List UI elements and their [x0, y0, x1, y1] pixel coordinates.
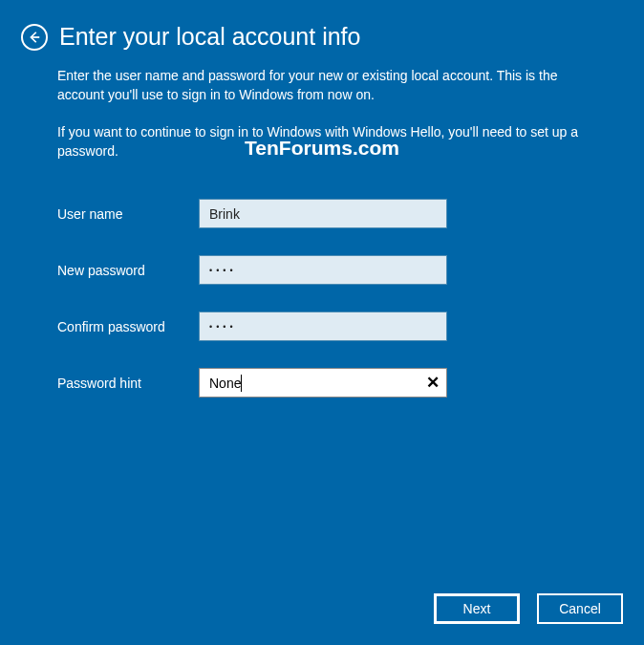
confirmpassword-input[interactable]: •••• [199, 312, 447, 341]
newpassword-label: New password [57, 263, 199, 278]
username-label: User name [57, 206, 199, 222]
hint-input[interactable]: None [199, 368, 447, 398]
description-2: If you want to continue to sign in to Wi… [57, 122, 587, 161]
close-icon: ✕ [426, 373, 440, 393]
page-title: Enter your local account info [59, 23, 360, 51]
cancel-button[interactable]: Cancel [537, 593, 623, 624]
description-1: Enter the user name and password for you… [57, 66, 587, 105]
newpassword-input[interactable]: •••• [199, 255, 447, 285]
username-input[interactable] [199, 199, 447, 228]
next-button[interactable]: Next [434, 593, 520, 624]
clear-hint-button[interactable]: ✕ [419, 368, 447, 398]
text-caret [241, 375, 242, 392]
arrow-left-icon [28, 31, 41, 44]
back-button[interactable] [21, 24, 48, 51]
hint-value: None [209, 376, 241, 391]
hint-label: Password hint [57, 376, 199, 391]
confirmpassword-label: Confirm password [57, 319, 199, 334]
